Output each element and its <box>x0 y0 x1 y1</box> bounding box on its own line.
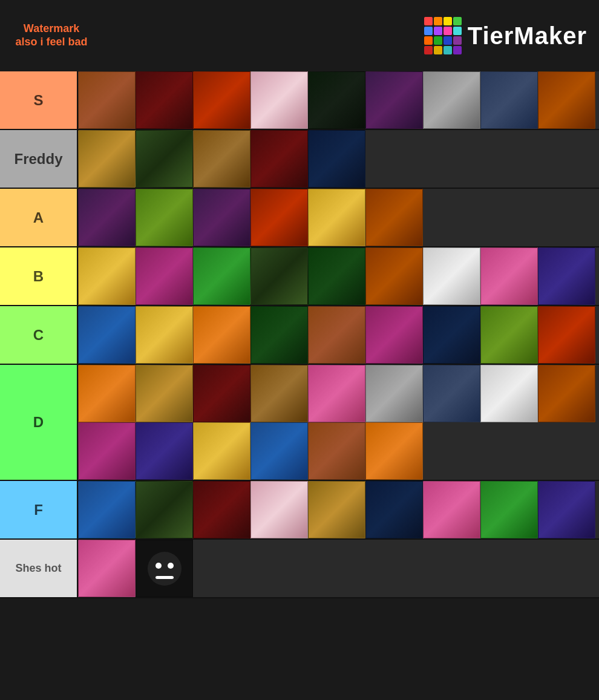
list-item <box>78 540 136 597</box>
logo-cell-16 <box>453 46 462 54</box>
list-item <box>193 365 250 422</box>
list-item <box>136 306 193 364</box>
list-item <box>365 247 423 305</box>
list-item <box>365 365 423 422</box>
list-item <box>538 365 595 422</box>
tier-content-b <box>77 247 599 305</box>
list-item <box>538 306 595 364</box>
list-item <box>423 306 480 364</box>
list-item <box>193 130 250 188</box>
tier-label-c: C <box>0 306 77 364</box>
tier-label-s: S <box>0 71 77 129</box>
list-item <box>78 130 136 188</box>
list-item <box>308 247 365 305</box>
tier-list: Watermark also i feel bad <box>0 0 599 598</box>
logo-cell-6 <box>434 27 442 35</box>
list-item <box>308 422 365 480</box>
list-item <box>423 247 480 305</box>
list-item <box>365 306 423 364</box>
list-item <box>538 481 595 538</box>
tier-content-a <box>77 189 599 246</box>
list-item <box>365 422 423 480</box>
watermark-text: Watermark also i feel bad <box>15 22 87 48</box>
list-item <box>480 306 538 364</box>
logo-cell-12 <box>453 36 462 45</box>
list-item <box>423 481 480 538</box>
tier-row-freddy: Freddy <box>0 130 599 189</box>
logo-cell-2 <box>434 17 442 25</box>
list-item <box>308 306 365 364</box>
list-item <box>365 481 423 538</box>
list-item <box>136 71 193 129</box>
tier-row-f: F <box>0 481 599 540</box>
tier-label-b: B <box>0 247 77 305</box>
list-item <box>78 247 136 305</box>
tier-content-s <box>77 71 599 129</box>
list-item <box>136 422 193 480</box>
tiermaker-text: TierMaker <box>468 22 587 50</box>
list-item <box>78 481 136 538</box>
list-item <box>78 306 136 364</box>
list-item <box>538 247 595 305</box>
tier-row-c: C <box>0 306 599 365</box>
list-item <box>308 365 365 422</box>
list-item <box>480 365 538 422</box>
list-item <box>480 71 538 129</box>
list-item <box>250 247 308 305</box>
logo-cell-9 <box>424 36 433 45</box>
list-item <box>136 130 193 188</box>
list-item <box>250 71 308 129</box>
tier-content-d <box>77 365 599 480</box>
svg-point-0 <box>148 552 182 586</box>
logo-cell-13 <box>424 46 433 54</box>
list-item <box>193 247 250 305</box>
list-item <box>308 130 365 188</box>
list-item <box>308 71 365 129</box>
list-item <box>538 71 595 129</box>
tier-row-a: A <box>0 189 599 247</box>
svg-point-2 <box>168 563 174 569</box>
list-item <box>423 71 480 129</box>
logo-cell-1 <box>424 17 433 25</box>
tier-row-s: S <box>0 71 599 130</box>
list-item <box>136 481 193 538</box>
list-item <box>480 247 538 305</box>
list-item <box>250 422 308 480</box>
tier-content-f <box>77 481 599 538</box>
svg-rect-3 <box>155 576 174 579</box>
list-item <box>78 189 136 246</box>
tier-row-b: B <box>0 247 599 306</box>
svg-point-1 <box>155 563 162 569</box>
list-item <box>78 71 136 129</box>
list-item <box>136 189 193 246</box>
logo-cell-5 <box>424 27 433 35</box>
tier-label-freddy: Freddy <box>0 130 77 188</box>
tier-label-shes-hot: Shes hot <box>0 540 77 597</box>
list-item <box>193 481 250 538</box>
logo-cell-7 <box>444 27 452 35</box>
logo-cell-11 <box>444 36 452 45</box>
logo-cell-3 <box>444 17 452 25</box>
list-item <box>136 365 193 422</box>
list-item <box>250 306 308 364</box>
list-item <box>193 422 250 480</box>
list-item <box>250 130 308 188</box>
tier-content-shes-hot <box>77 540 599 597</box>
tier-content-freddy <box>77 130 599 188</box>
header: Watermark also i feel bad <box>0 0 599 71</box>
list-item <box>308 189 365 246</box>
list-item <box>250 365 308 422</box>
list-item <box>250 189 308 246</box>
list-item <box>250 481 308 538</box>
list-item <box>365 71 423 129</box>
list-item <box>365 189 423 246</box>
tier-row-d: D <box>0 365 599 481</box>
list-item <box>136 247 193 305</box>
list-item <box>78 365 136 422</box>
logo-cell-4 <box>453 17 462 25</box>
watermark-label: Watermark also i feel bad <box>12 22 91 48</box>
tier-label-a: A <box>0 189 77 246</box>
tier-label-f: F <box>0 481 77 538</box>
list-item <box>193 306 250 364</box>
tier-content-c <box>77 306 599 364</box>
